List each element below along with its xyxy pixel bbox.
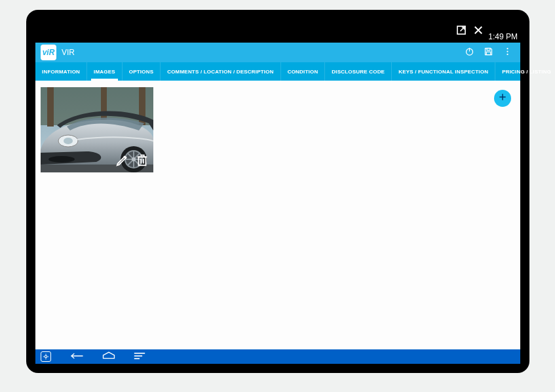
save-icon[interactable] bbox=[484, 47, 493, 59]
app-title: VIR bbox=[62, 48, 459, 57]
tab-comments[interactable]: COMMENTS / LOCATION / DESCRIPTION bbox=[161, 62, 280, 81]
svg-point-6 bbox=[507, 50, 508, 52]
app-screen: viR VIR INFORMATION IMAGES OPTIONS COMME… bbox=[35, 43, 520, 364]
support-icon[interactable] bbox=[41, 351, 51, 362]
tab-options[interactable]: OPTIONS bbox=[123, 62, 161, 81]
pencil-icon[interactable] bbox=[115, 153, 130, 170]
svg-point-5 bbox=[507, 48, 508, 49]
tab-images[interactable]: IMAGES bbox=[87, 62, 123, 81]
svg-point-16 bbox=[64, 138, 73, 144]
tab-label: CONDITION bbox=[288, 69, 318, 75]
tablet-frame: 1:49 PM viR VIR INFORMATION IMAGES OPTIO… bbox=[26, 10, 529, 373]
tab-pricing[interactable]: PRICING / LISTING bbox=[495, 62, 555, 81]
home-icon[interactable] bbox=[102, 351, 115, 363]
tab-label: COMMENTS / LOCATION / DESCRIPTION bbox=[167, 69, 273, 75]
app-logo: viR bbox=[41, 45, 56, 60]
tab-information[interactable]: INFORMATION bbox=[35, 62, 87, 81]
tab-bar: INFORMATION IMAGES OPTIONS COMMENTS / LO… bbox=[35, 62, 520, 81]
plus-icon bbox=[498, 92, 507, 104]
power-icon[interactable] bbox=[465, 47, 474, 59]
tab-label: IMAGES bbox=[94, 69, 115, 75]
external-link-icon[interactable] bbox=[455, 24, 467, 39]
content-area bbox=[35, 81, 520, 349]
tab-label: KEYS / FUNCTIONAL INSPECTION bbox=[398, 69, 488, 75]
tab-label: DISCLOSURE CODE bbox=[332, 69, 385, 75]
more-vert-icon[interactable] bbox=[503, 47, 512, 59]
svg-rect-4 bbox=[486, 52, 490, 54]
status-time: 1:49 PM bbox=[488, 32, 518, 43]
tab-label: PRICING / LISTING bbox=[502, 69, 551, 75]
vehicle-image-thumbnail[interactable] bbox=[41, 87, 153, 172]
app-header: viR VIR bbox=[35, 43, 520, 62]
svg-point-7 bbox=[507, 53, 508, 54]
system-nav-bar bbox=[35, 349, 520, 364]
back-icon[interactable] bbox=[69, 351, 84, 363]
tab-label: INFORMATION bbox=[42, 69, 80, 75]
add-image-button[interactable] bbox=[494, 90, 511, 107]
svg-point-14 bbox=[48, 156, 75, 163]
svg-rect-3 bbox=[487, 48, 490, 50]
status-bar: 1:49 PM bbox=[35, 19, 520, 43]
svg-point-30 bbox=[45, 355, 47, 357]
tab-condition[interactable]: CONDITION bbox=[281, 62, 326, 81]
close-icon[interactable] bbox=[472, 24, 484, 39]
trash-icon[interactable] bbox=[135, 153, 149, 170]
tab-disclosure[interactable]: DISCLOSURE CODE bbox=[325, 62, 392, 81]
svg-rect-10 bbox=[47, 87, 54, 127]
recent-apps-icon[interactable] bbox=[134, 351, 145, 363]
tab-label: OPTIONS bbox=[129, 69, 153, 75]
tab-keys[interactable]: KEYS / FUNCTIONAL INSPECTION bbox=[392, 62, 495, 81]
svg-rect-25 bbox=[139, 157, 146, 165]
